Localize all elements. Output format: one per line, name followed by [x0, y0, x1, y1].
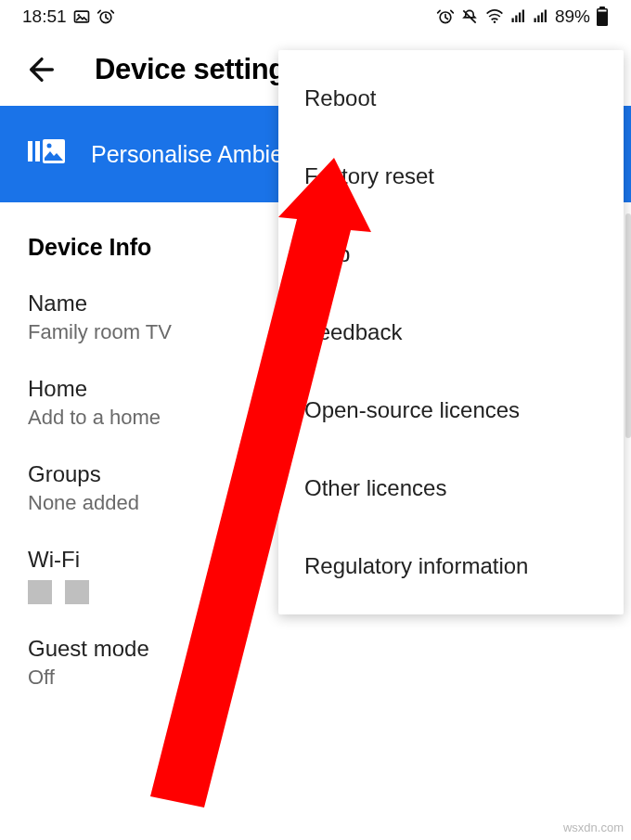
battery-icon: [596, 6, 609, 27]
svg-rect-7: [519, 13, 521, 23]
item-label: Guest mode: [28, 636, 603, 662]
menu-feedback[interactable]: Feedback: [278, 293, 624, 371]
svg-rect-17: [35, 141, 40, 162]
svg-point-4: [494, 21, 496, 24]
svg-rect-10: [537, 16, 539, 23]
svg-point-1: [77, 14, 80, 16]
menu-help[interactable]: Help: [278, 215, 624, 293]
svg-point-19: [47, 144, 52, 149]
item-value: Off: [28, 666, 603, 690]
svg-rect-12: [545, 10, 547, 23]
ambient-icon: [28, 137, 65, 171]
vibrate-icon: [460, 7, 479, 26]
scroll-indicator: [625, 213, 631, 438]
svg-rect-9: [534, 19, 535, 23]
svg-rect-14: [599, 6, 605, 9]
status-right: 89%: [436, 6, 609, 27]
svg-rect-15: [599, 10, 607, 12]
svg-rect-5: [511, 19, 513, 23]
menu-factory-reset[interactable]: Factory reset: [278, 137, 624, 215]
alarm-icon: [97, 7, 115, 26]
svg-rect-8: [522, 10, 524, 23]
item-guest-mode[interactable]: Guest mode Off: [0, 623, 631, 708]
page-title: Device settings: [95, 53, 302, 86]
menu-reboot[interactable]: Reboot: [278, 59, 624, 137]
alarm-icon: [436, 7, 455, 26]
status-time: 18:51: [22, 6, 67, 27]
menu-open-source-licences[interactable]: Open-source licences: [278, 371, 624, 449]
watermark: wsxdn.com: [563, 821, 624, 834]
menu-other-licences[interactable]: Other licences: [278, 449, 624, 527]
menu-regulatory-information[interactable]: Regulatory information: [278, 527, 624, 605]
status-bar: 18:51 89%: [0, 0, 631, 33]
signal-icon: [510, 8, 527, 25]
battery-pct: 89%: [555, 6, 590, 27]
picture-icon: [72, 7, 91, 26]
svg-rect-16: [28, 141, 32, 162]
overflow-menu: Reboot Factory reset Help Feedback Open-…: [278, 50, 624, 614]
status-left: 18:51: [22, 6, 115, 27]
back-button[interactable]: [26, 54, 58, 85]
signal-icon: [533, 8, 549, 25]
svg-rect-11: [541, 13, 543, 23]
wifi-icon: [484, 7, 505, 26]
svg-rect-6: [515, 16, 517, 23]
